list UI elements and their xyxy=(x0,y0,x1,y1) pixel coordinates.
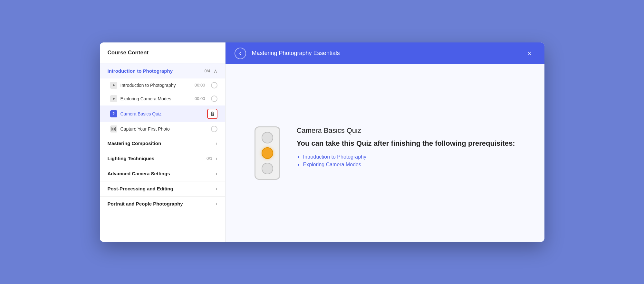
section-advanced-meta: › xyxy=(216,171,217,177)
lesson-title-camera-modes: Exploring Camera Modes xyxy=(120,96,191,101)
section-portrait[interactable]: Portrait and People Photography › xyxy=(100,197,225,211)
tl-green xyxy=(262,163,273,174)
lesson-check-capture xyxy=(211,126,217,132)
svg-rect-8 xyxy=(114,129,115,130)
section-post-title: Post-Processing and Editing xyxy=(108,186,173,191)
back-icon: ‹ xyxy=(239,50,241,57)
lesson-title-quiz: Camera Basics Quiz xyxy=(120,111,204,116)
close-button[interactable]: × xyxy=(524,48,535,59)
chevron-up-icon: ∧ xyxy=(214,68,217,74)
lesson-item-intro-photo[interactable]: Introduction to Photography 00:00 xyxy=(100,78,225,92)
section-composition[interactable]: Mastering Composition › xyxy=(100,136,225,151)
section-advanced-title: Advanced Camera Settings xyxy=(108,171,170,176)
lesson-title-capture: Capture Your First Photo xyxy=(120,126,208,132)
chevron-right-icon-post: › xyxy=(216,186,217,192)
lesson-item-capture[interactable]: Capture Your First Photo xyxy=(100,122,225,136)
svg-point-3 xyxy=(212,114,213,115)
close-icon: × xyxy=(527,49,532,58)
lesson-check-intro-photo xyxy=(211,82,217,88)
svg-marker-0 xyxy=(113,84,115,87)
section-advanced[interactable]: Advanced Camera Settings › xyxy=(100,166,225,181)
section-lighting-meta: 0/1 › xyxy=(207,156,217,161)
tl-red xyxy=(262,132,273,143)
chevron-right-icon-portrait: › xyxy=(216,201,217,207)
content-area: Camera Basics Quiz You can take this Qui… xyxy=(226,64,544,242)
section-post[interactable]: Post-Processing and Editing › xyxy=(100,181,225,196)
section-composition-title: Mastering Composition xyxy=(108,141,161,146)
sidebar-header: Course Content xyxy=(100,42,225,63)
sidebar: Course Content Introduction to Photograp… xyxy=(100,42,226,242)
video-icon xyxy=(110,82,117,89)
quiz-card: Camera Basics Quiz You can take this Qui… xyxy=(255,126,515,180)
chevron-right-icon-light: › xyxy=(216,156,217,161)
chevron-right-icon-comp: › xyxy=(216,141,217,146)
modal-container: Course Content Introduction to Photograp… xyxy=(100,42,544,242)
svg-rect-7 xyxy=(112,129,113,130)
chevron-right-icon-adv: › xyxy=(216,171,217,177)
section-portrait-title: Portrait and People Photography xyxy=(108,201,183,206)
lesson-title-intro-photo: Introduction to Photography xyxy=(120,83,191,88)
prereq-item-1[interactable]: Introduction to Photography xyxy=(303,154,515,160)
lesson-check-camera-modes xyxy=(211,96,217,102)
section-intro-meta: 0/4 ∧ xyxy=(204,68,217,74)
main-content: ‹ Mastering Photography Essentials × Cam… xyxy=(226,42,544,242)
section-lighting[interactable]: Lighting Techniques 0/1 › xyxy=(100,151,225,166)
traffic-light-icon xyxy=(255,126,280,180)
section-lighting-title: Lighting Techniques xyxy=(108,156,155,161)
section-portrait-meta: › xyxy=(216,201,217,207)
svg-rect-6 xyxy=(114,128,115,129)
quiz-body: You can take this Quiz after finishing t… xyxy=(296,139,515,149)
svg-marker-1 xyxy=(113,97,115,100)
main-header-title: Mastering Photography Essentials xyxy=(252,50,518,57)
lesson-time-camera-modes: 00:00 xyxy=(195,96,205,101)
quiz-title: Camera Basics Quiz xyxy=(296,126,515,135)
video-icon-2 xyxy=(110,95,117,102)
lesson-item-camera-modes[interactable]: Exploring Camera Modes 00:00 xyxy=(100,92,225,105)
back-button[interactable]: ‹ xyxy=(235,48,246,59)
lesson-item-quiz[interactable]: ? Camera Basics Quiz xyxy=(100,105,225,122)
lesson-time-intro-photo: 00:00 xyxy=(195,83,205,87)
section-post-meta: › xyxy=(216,186,217,192)
prerequisites-list: Introduction to Photography Exploring Ca… xyxy=(296,154,515,168)
image-icon xyxy=(110,125,117,133)
svg-rect-4 xyxy=(112,127,116,131)
svg-rect-5 xyxy=(112,128,113,129)
main-header: ‹ Mastering Photography Essentials × xyxy=(226,42,544,64)
lock-button[interactable] xyxy=(207,109,217,119)
section-intro-title: Introduction to Photography xyxy=(108,68,173,74)
tl-orange xyxy=(262,147,273,159)
section-intro[interactable]: Introduction to Photography 0/4 ∧ xyxy=(100,63,225,78)
quiz-icon: ? xyxy=(110,110,117,117)
quiz-info: Camera Basics Quiz You can take this Qui… xyxy=(296,126,515,170)
section-composition-meta: › xyxy=(216,141,217,146)
prereq-item-2[interactable]: Exploring Camera Modes xyxy=(303,162,515,168)
